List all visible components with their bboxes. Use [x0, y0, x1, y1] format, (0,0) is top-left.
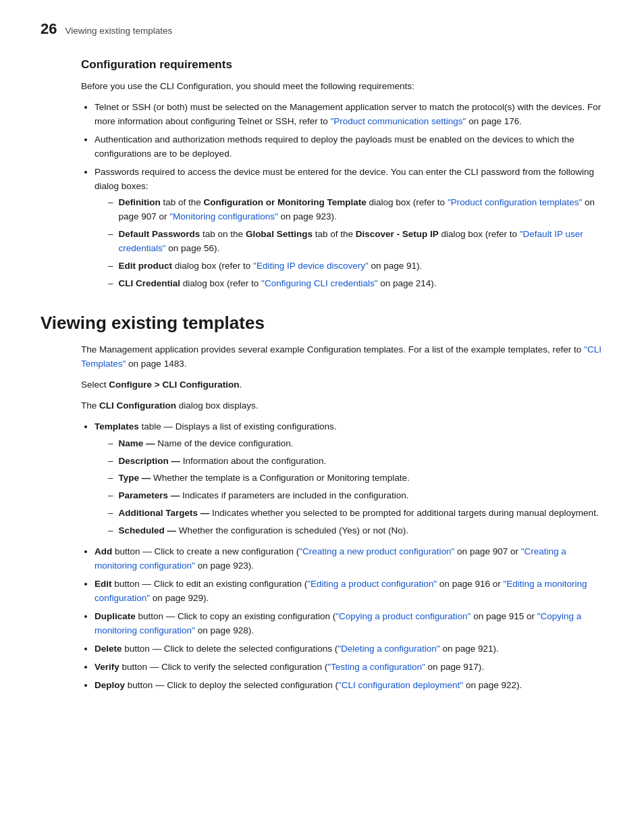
- sub-type: Type — Whether the template is a Configu…: [108, 471, 603, 486]
- config-bullets-list: Telnet or SSH (or both) must be selected…: [95, 101, 603, 291]
- monitoring-configs-link[interactable]: "Monitoring configurations": [169, 211, 277, 221]
- templates-sub-list: Name — Name of the device configuration.…: [108, 437, 603, 539]
- sub-scheduled: Scheduled — Whether the configuration is…: [108, 524, 603, 538]
- viewing-bullet-delete: Delete button — Click to delete the sele…: [95, 642, 603, 656]
- product-config-templates-link[interactable]: "Product configuration templates": [448, 197, 582, 207]
- creating-product-config-link[interactable]: "Creating a new product configuration": [299, 546, 454, 556]
- editing-ip-discovery-link[interactable]: "Editing IP device discovery": [253, 261, 369, 271]
- config-bullet-1: Telnet or SSH (or both) must be selected…: [95, 101, 603, 129]
- editing-product-config-link[interactable]: "Editing a product configuration": [307, 579, 437, 589]
- config-requirements-section: Configuration requirements Before you us…: [81, 58, 603, 291]
- viewing-main-title: Viewing existing templates: [41, 313, 603, 334]
- viewing-bullet-duplicate: Duplicate button — Click to copy an exis…: [95, 610, 603, 638]
- config-sub-item-default-passwords: Default Passwords tab on the Global Sett…: [108, 228, 603, 256]
- viewing-section: Viewing existing templates The Managemen…: [41, 313, 603, 692]
- viewing-content: The Management application provides seve…: [81, 343, 603, 692]
- config-sub-item-cli-credential: CLI Credential dialog box (refer to "Con…: [108, 277, 603, 291]
- config-intro: Before you use the CLI Configuration, yo…: [81, 80, 603, 94]
- testing-config-link[interactable]: "Testing a configuration": [327, 662, 425, 672]
- select-instruction: Select Configure > CLI Configuration.: [81, 378, 603, 392]
- page-number: 26: [41, 20, 57, 38]
- copying-product-config-link[interactable]: "Copying a product configuration": [336, 611, 471, 621]
- config-bullet-3: Passwords required to access the device …: [95, 165, 603, 291]
- cli-templates-link[interactable]: "CLI Templates": [81, 344, 601, 369]
- dialog-display-text: The CLI Configuration dialog box display…: [81, 399, 603, 413]
- viewing-bullets-list: Templates table — Displays a list of exi…: [95, 420, 603, 693]
- config-sub-list: Definition tab of the Configuration or M…: [108, 196, 603, 291]
- cli-config-deployment-link[interactable]: "CLI configuration deployment": [338, 680, 463, 690]
- page-container: 26 Viewing existing templates Configurat…: [0, 0, 644, 741]
- sub-additional-targets: Additional Targets — Indicates whether y…: [108, 506, 603, 521]
- configuring-cli-creds-link[interactable]: "Configuring CLI credentials": [261, 278, 377, 288]
- viewing-bullet-add: Add button — Click to create a new confi…: [95, 545, 603, 573]
- product-comm-link[interactable]: "Product communication settings": [330, 116, 466, 126]
- viewing-bullet-deploy: Deploy button — Click to deploy the sele…: [95, 679, 603, 693]
- page-header: 26 Viewing existing templates: [41, 20, 603, 38]
- deleting-config-link[interactable]: "Deleting a configuration": [338, 644, 439, 654]
- config-requirements-title: Configuration requirements: [81, 58, 603, 72]
- viewing-bullet-edit: Edit button — Click to edit an existing …: [95, 577, 603, 606]
- sub-description: Description — Information about the conf…: [108, 454, 603, 469]
- sub-parameters: Parameters — Indicates if parameters are…: [108, 489, 603, 503]
- viewing-intro: The Management application provides seve…: [81, 343, 603, 371]
- config-bullet-2: Authentication and authorization methods…: [95, 133, 603, 161]
- config-sub-item-edit-product: Edit product dialog box (refer to "Editi…: [108, 259, 603, 273]
- sub-name: Name — Name of the device configuration.: [108, 437, 603, 451]
- config-sub-item-definition: Definition tab of the Configuration or M…: [108, 196, 603, 224]
- viewing-bullet-templates: Templates table — Displays a list of exi…: [95, 420, 603, 538]
- viewing-bullet-verify: Verify button — Click to verify the sele…: [95, 660, 603, 675]
- page-subtitle: Viewing existing templates: [65, 26, 172, 36]
